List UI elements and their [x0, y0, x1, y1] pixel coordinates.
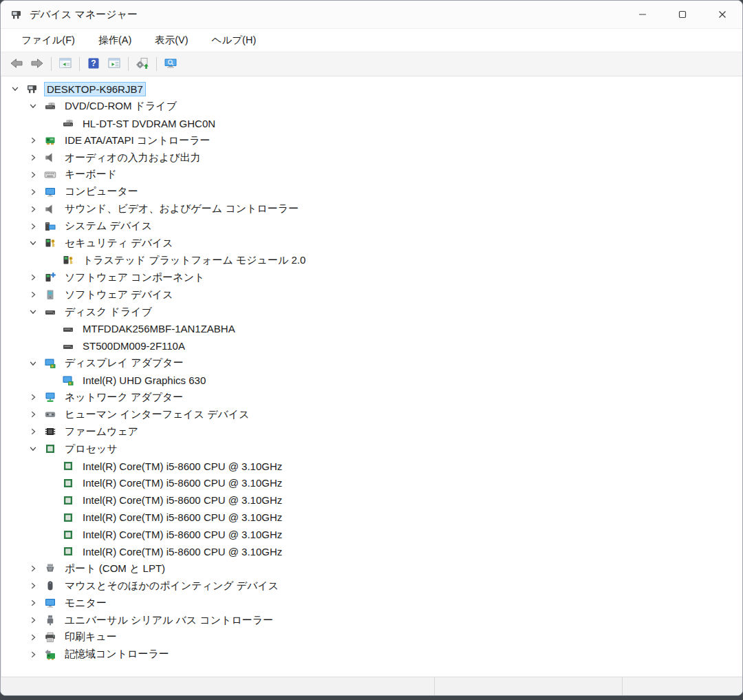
chevron-expanded-icon[interactable]	[28, 100, 39, 112]
maximize-icon	[678, 10, 687, 19]
tree-item[interactable]: コンピューター	[1, 183, 742, 200]
chevron-collapsed-icon[interactable]	[28, 409, 39, 420]
tree-item[interactable]: ヒューマン インターフェイス デバイス	[1, 406, 742, 423]
menu-help[interactable]: ヘルプ(H)	[205, 31, 263, 50]
chevron-collapsed-icon[interactable]	[28, 649, 39, 660]
tree-item[interactable]: ユニバーサル シリアル バス コントローラー	[1, 612, 742, 629]
tree-item-label: IDE ATA/ATAPI コントローラー	[62, 133, 213, 149]
tree-item[interactable]: ポート (COM と LPT)	[1, 560, 742, 577]
chevron-collapsed-icon[interactable]	[28, 169, 39, 180]
chevron-expanded-icon[interactable]	[10, 83, 21, 94]
chevron-collapsed-icon[interactable]	[28, 580, 39, 591]
chevron-collapsed-icon[interactable]	[28, 597, 39, 608]
tree-item[interactable]: システム デバイス	[1, 218, 742, 235]
tree-item-label: ポート (COM と LPT)	[62, 561, 168, 577]
tree-item[interactable]: DVD/CD-ROM ドライブ	[1, 98, 742, 115]
chevron-collapsed-icon[interactable]	[28, 187, 39, 198]
show-console-tree-button[interactable]	[55, 54, 76, 74]
tree-item[interactable]: ディスプレイ アダプター	[1, 354, 742, 372]
chevron-collapsed-icon[interactable]	[28, 563, 39, 574]
tree-item[interactable]: マウスとそのほかのポインティング デバイス	[1, 577, 742, 595]
tree-item[interactable]: 記憶域コントローラー	[1, 646, 742, 663]
device-tree: DESKTOP-K96RJB7DVD/CD-ROM ドライブHL-DT-ST D…	[1, 76, 742, 677]
device-manager-icon	[10, 8, 23, 21]
tree-item[interactable]: オーディオの入力および出力	[1, 149, 742, 167]
nav-forward-icon	[30, 57, 44, 72]
software-device-icon	[44, 288, 56, 301]
help-button[interactable]: ?	[83, 54, 104, 74]
tree-item-label: オーディオの入力および出力	[62, 150, 204, 166]
chevron-expanded-icon[interactable]	[28, 358, 39, 369]
chevron-collapsed-icon[interactable]	[28, 204, 39, 215]
display-adapter-icon	[44, 357, 56, 370]
tree-item[interactable]: Intel(R) Core(TM) i5-8600 CPU @ 3.10GHz	[1, 526, 742, 543]
tree-item[interactable]: ソフトウェア コンポーネント	[1, 269, 742, 286]
chevron-collapsed-icon[interactable]	[28, 152, 39, 163]
tree-item[interactable]: Intel(R) Core(TM) i5-8600 CPU @ 3.10GHz	[1, 458, 742, 475]
processor-icon	[62, 494, 74, 507]
tree-item[interactable]: 印刷キュー	[1, 629, 742, 646]
tree-item[interactable]: Intel(R) Core(TM) i5-8600 CPU @ 3.10GHz	[1, 543, 742, 560]
tree-item[interactable]: DESKTOP-K96RJB7	[1, 81, 742, 98]
titlebar[interactable]: デバイス マネージャー	[1, 1, 742, 28]
menu-view[interactable]: 表示(V)	[148, 31, 195, 50]
tree-item[interactable]: トラステッド プラットフォーム モジュール 2.0	[1, 252, 742, 269]
tree-item-label: セキュリティ デバイス	[62, 235, 176, 251]
chevron-collapsed-icon[interactable]	[28, 289, 39, 300]
scan-hardware-changes-button[interactable]	[132, 54, 153, 74]
chevron-expanded-icon[interactable]	[28, 306, 39, 317]
tree-item[interactable]: セキュリティ デバイス	[1, 235, 742, 252]
chevron-collapsed-icon[interactable]	[28, 272, 39, 283]
tree-item[interactable]: ディスク ドライブ	[1, 304, 742, 321]
tree-item[interactable]: HL-DT-ST DVDRAM GHC0N	[1, 115, 742, 132]
printer-icon	[44, 631, 56, 644]
mouse-icon	[44, 580, 56, 592]
tree-item[interactable]: Intel(R) Core(TM) i5-8600 CPU @ 3.10GHz	[1, 509, 742, 526]
menu-file[interactable]: ファイル(F)	[14, 31, 82, 50]
tree-item[interactable]: Intel(R) Core(TM) i5-8600 CPU @ 3.10GHz	[1, 491, 742, 509]
tree-item-label: Intel(R) Core(TM) i5-8600 CPU @ 3.10GHz	[80, 493, 285, 507]
tree-item[interactable]: MTFDDAK256MBF-1AN1ZABHA	[1, 320, 742, 337]
chevron-collapsed-icon[interactable]	[28, 615, 39, 626]
firmware-chip-icon	[44, 425, 56, 438]
tree-item[interactable]: ファームウェア	[1, 423, 742, 441]
tree-item[interactable]: ST500DM009-2F110A	[1, 337, 742, 354]
tree-item-label: ソフトウェア コンポーネント	[62, 270, 207, 286]
tree-item-label: キーボード	[62, 167, 120, 182]
menu-action[interactable]: 操作(A)	[91, 31, 138, 50]
chevron-collapsed-icon[interactable]	[28, 392, 39, 403]
computer-icon	[26, 83, 39, 95]
tree-item-label: ファームウェア	[62, 424, 141, 440]
tree-item[interactable]: ソフトウェア デバイス	[1, 286, 742, 304]
processor-icon	[62, 511, 74, 524]
chevron-collapsed-icon[interactable]	[28, 632, 39, 643]
chevron-collapsed-icon[interactable]	[28, 221, 39, 232]
maximize-button[interactable]	[663, 1, 702, 28]
tree-item[interactable]: Intel(R) UHD Graphics 630	[1, 372, 742, 389]
chevron-spacer	[45, 478, 56, 489]
system-device-icon	[44, 220, 56, 233]
tree-item[interactable]: サウンド、ビデオ、およびゲーム コントローラー	[1, 200, 742, 218]
chevron-collapsed-icon[interactable]	[28, 426, 39, 437]
properties-button[interactable]	[104, 54, 125, 74]
forward-button[interactable]	[27, 54, 47, 74]
minimize-button[interactable]	[623, 1, 663, 28]
tree-item[interactable]: キーボード	[1, 166, 742, 183]
tree-item[interactable]: モニター	[1, 595, 742, 612]
remote-computer-button[interactable]	[160, 54, 181, 74]
tree-item[interactable]: IDE ATA/ATAPI コントローラー	[1, 132, 742, 149]
tree-item[interactable]: Intel(R) Core(TM) i5-8600 CPU @ 3.10GHz	[1, 474, 742, 491]
chevron-expanded-icon[interactable]	[28, 237, 39, 248]
chevron-expanded-icon[interactable]	[28, 443, 39, 454]
nav-back-icon	[10, 57, 23, 72]
back-button[interactable]	[6, 54, 27, 74]
window-controls	[623, 1, 742, 28]
tree-item[interactable]: プロセッサ	[1, 441, 742, 458]
tree-item-label: HL-DT-ST DVDRAM GHC0N	[80, 116, 218, 131]
tree-item[interactable]: ネットワーク アダプター	[1, 389, 742, 406]
chevron-collapsed-icon[interactable]	[28, 135, 39, 146]
cd-drive-icon	[44, 100, 56, 112]
processor-icon	[62, 545, 74, 558]
close-button[interactable]	[702, 1, 742, 28]
disk-drive-icon	[44, 306, 56, 318]
